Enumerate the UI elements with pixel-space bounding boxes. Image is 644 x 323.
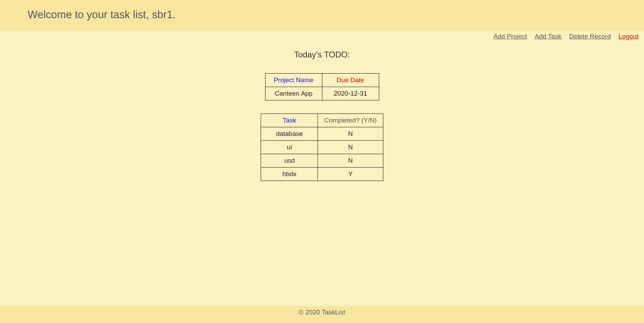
table-header-row: Project Name Due Date (265, 74, 379, 87)
table-header-row: Task Completed? (Y/N) (261, 114, 383, 127)
logout-link[interactable]: Logout (619, 33, 638, 40)
completed-cell: N (318, 141, 383, 154)
table-row: uiN (261, 141, 383, 154)
completed-cell: Y (318, 168, 383, 181)
header-bar: Welcome to your task list, sbr1. (0, 0, 644, 31)
footer-text: © 2020 TaskList (299, 309, 345, 316)
welcome-text: Welcome to your task list, sbr1. (28, 9, 644, 21)
main-content: Today's TODO: Project Name Due Date Cant… (0, 40, 644, 306)
task-name-cell: ui (261, 141, 318, 154)
projects-table: Project Name Due Date Canteen App2020-12… (265, 73, 379, 100)
table-row: databaseN (261, 127, 383, 141)
add-task-link[interactable]: Add Task (535, 33, 562, 40)
nav-links: Add Project Add Task Delete Record Logou… (0, 31, 644, 40)
task-header: Task (261, 114, 318, 127)
completed-cell: N (318, 154, 383, 168)
table-row: Canteen App2020-12-31 (265, 87, 379, 100)
due-date-cell: 2020-12-31 (322, 87, 379, 100)
delete-record-link[interactable]: Delete Record (569, 33, 611, 40)
project-name-cell: Canteen App (265, 87, 322, 100)
task-name-cell: database (261, 127, 318, 141)
project-name-header: Project Name (265, 74, 322, 87)
section-title: Today's TODO: (294, 50, 350, 60)
completed-header: Completed? (Y/N) (318, 114, 383, 127)
table-row: usdN (261, 154, 383, 168)
task-name-cell: usd (261, 154, 318, 168)
tasks-table: Task Completed? (Y/N) databaseNuiNusdNhb… (261, 114, 383, 181)
add-project-link[interactable]: Add Project (493, 33, 527, 40)
due-date-header: Due Date (322, 74, 379, 87)
completed-cell: N (318, 127, 383, 141)
footer-bar: © 2020 TaskList (0, 306, 644, 323)
table-row: hbdxY (261, 168, 383, 181)
task-name-cell: hbdx (261, 168, 318, 181)
